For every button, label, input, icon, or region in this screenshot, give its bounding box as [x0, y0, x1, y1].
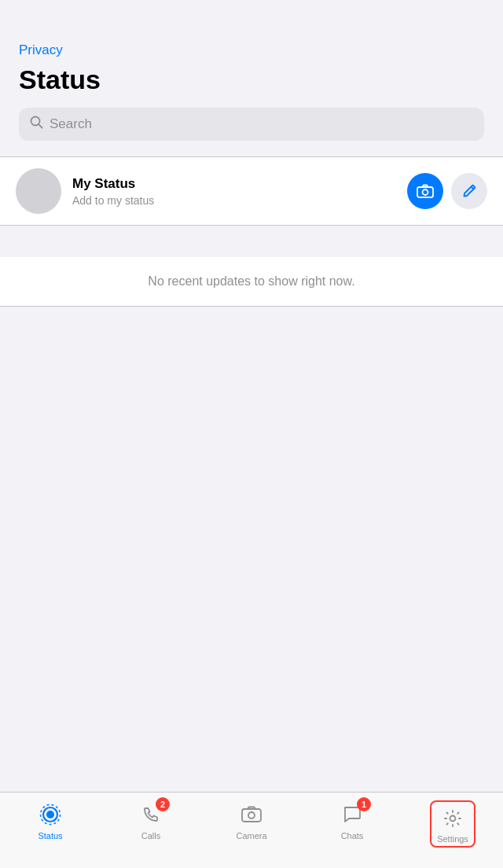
add-photo-status-button[interactable] [407, 173, 443, 209]
add-text-status-button[interactable] [451, 173, 487, 209]
tab-status-label: Status [38, 831, 62, 840]
svg-line-1 [39, 124, 42, 127]
svg-point-8 [248, 812, 255, 818]
no-updates-section: No recent updates to show right now. [0, 257, 503, 306]
search-bar[interactable]: Search [19, 108, 484, 141]
my-status-info: My Status Add to my status [72, 176, 407, 207]
svg-rect-2 [417, 187, 433, 197]
tab-settings-label: Settings [437, 834, 468, 844]
chats-badge: 1 [357, 797, 371, 811]
settings-highlight-box: Settings [430, 800, 475, 848]
action-buttons [407, 173, 487, 209]
my-status-row[interactable]: My Status Add to my status [0, 157, 503, 225]
tab-chats[interactable]: 1 Chats [302, 800, 402, 840]
svg-point-3 [423, 189, 428, 195]
tab-camera[interactable]: Camera [201, 800, 302, 840]
no-updates-text: No recent updates to show right now. [148, 274, 354, 288]
tab-status[interactable]: Status [0, 800, 101, 840]
calls-icon: 2 [137, 800, 165, 829]
tab-camera-label: Camera [236, 831, 266, 840]
divider-bottom [0, 306, 503, 307]
tab-calls-label: Calls [141, 831, 160, 840]
svg-point-9 [450, 816, 456, 822]
settings-icon [439, 804, 467, 833]
gray-gap [0, 226, 503, 257]
page-title: Status [19, 64, 484, 95]
tab-calls[interactable]: 2 Calls [101, 800, 201, 840]
back-link[interactable]: Privacy [19, 42, 484, 58]
my-status-name: My Status [72, 176, 407, 192]
search-icon [30, 116, 43, 133]
avatar [16, 168, 61, 214]
svg-rect-7 [242, 809, 261, 822]
calls-badge: 2 [156, 797, 170, 811]
tab-bar: Status 2 Calls Camera 1 Chats [0, 792, 503, 868]
tab-chats-label: Chats [341, 831, 364, 840]
svg-point-5 [46, 811, 54, 818]
status-icon [36, 800, 64, 829]
search-placeholder: Search [50, 116, 92, 132]
camera-icon [237, 800, 266, 829]
chats-icon: 1 [338, 800, 366, 829]
my-status-subtitle: Add to my status [72, 194, 407, 207]
tab-settings[interactable]: Settings [402, 800, 503, 848]
